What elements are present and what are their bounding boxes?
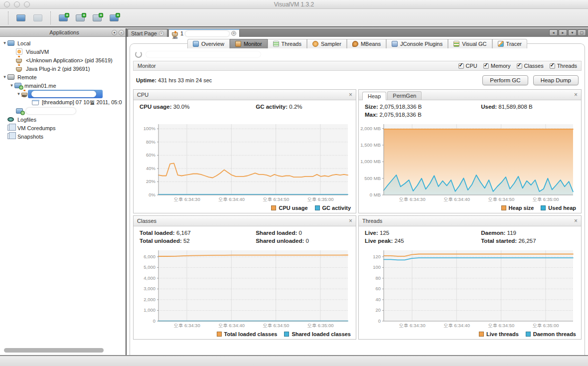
- tree-item-local[interactable]: ▼ Local: [0, 39, 126, 47]
- tab-overview[interactable]: Overview: [187, 39, 230, 48]
- toolbar-handle: [8, 11, 8, 24]
- sidebar-horizontal-scrollbar[interactable]: [4, 348, 104, 353]
- tree-item-jmx-connection-selected[interactable]: ▼: [0, 90, 126, 98]
- classes-panel: Classes × Total loaded: 6,167 Total unlo…: [133, 215, 356, 340]
- svg-text:20: 20: [375, 307, 381, 313]
- tab-threads[interactable]: Threads: [268, 39, 307, 48]
- expand-arrow-icon[interactable]: ▼: [9, 83, 14, 88]
- svg-text:3,000: 3,000: [144, 286, 155, 291]
- tab-mbeans[interactable]: MBeans: [347, 39, 386, 48]
- close-panel-icon[interactable]: ×: [574, 92, 578, 98]
- metric-checkboxes: CPU Memory Classes Threads: [458, 63, 577, 69]
- subtab-permgen[interactable]: PermGen: [387, 91, 422, 100]
- tab-start-page[interactable]: Start Page ✕: [128, 29, 167, 37]
- svg-text:500 MB: 500 MB: [364, 176, 381, 181]
- add-snapshot-button[interactable]: +: [91, 11, 104, 24]
- add-remote-host-icon: +: [110, 14, 119, 21]
- checkbox-checked-icon: [550, 63, 555, 69]
- svg-text:오후 6:34:30: 오후 6:34:30: [173, 196, 200, 202]
- heap-dump-button[interactable]: Heap Dump: [533, 75, 579, 85]
- checkbox-memory[interactable]: Memory: [483, 63, 511, 69]
- scroll-tabs-left-button[interactable]: ◂: [549, 29, 558, 36]
- redacted-label: [31, 91, 96, 97]
- checkbox-threads[interactable]: Threads: [550, 63, 577, 69]
- expand-arrow-icon[interactable]: ▼: [2, 75, 7, 79]
- add-vm-coredump-button[interactable]: +: [74, 11, 87, 24]
- tab-jconsole-plugins[interactable]: JConsole Plugins: [386, 39, 448, 48]
- tree-item-unknown-application[interactable]: <Unknown Application> (pid 35619): [0, 56, 126, 64]
- add-remote-host-button[interactable]: +: [108, 11, 121, 24]
- svg-text:2,000 MB: 2,000 MB: [360, 126, 381, 131]
- heap-size-legend-swatch: [501, 205, 506, 210]
- svg-text:40%: 40%: [146, 166, 156, 171]
- svg-text:100: 100: [373, 264, 381, 270]
- tab-monitor[interactable]: Monitor: [230, 39, 268, 48]
- subtab-heap[interactable]: Heap: [362, 92, 386, 100]
- snapshots-icon: [7, 133, 13, 139]
- svg-text:5,000: 5,000: [144, 264, 155, 270]
- tree-item-logfiles[interactable]: Logfiles: [0, 115, 126, 124]
- expand-arrow-icon[interactable]: ▼: [2, 41, 7, 45]
- minimize-panel-icon[interactable]: ▾: [112, 30, 117, 35]
- stat-shared-loaded: Shared loaded: 0: [256, 230, 351, 238]
- threaddump-icon: [32, 100, 39, 105]
- close-panel-icon[interactable]: ×: [349, 218, 352, 224]
- status-bar: [0, 355, 588, 366]
- tree-item-remote-host[interactable]: [0, 107, 126, 115]
- svg-text:오후 6:34:50: 오후 6:34:50: [488, 323, 514, 328]
- application-header: [133, 50, 582, 61]
- close-panel-icon[interactable]: ×: [349, 92, 352, 98]
- svg-text:60: 60: [375, 286, 381, 291]
- checkbox-cpu[interactable]: CPU: [458, 63, 477, 69]
- save-snapshot-button[interactable]: [31, 11, 44, 24]
- tab-list-dropdown-button[interactable]: ▾: [568, 29, 577, 36]
- add-jmx-connection-button[interactable]: +: [57, 11, 70, 24]
- close-panel-icon[interactable]: ×: [119, 30, 124, 35]
- tree-item-threaddump[interactable]: [threaddump] 07 10월 2011, 05:0: [0, 98, 126, 107]
- redacted-label: [26, 108, 76, 114]
- tree-item-visualvm[interactable]: VisualVM: [0, 47, 126, 56]
- tree-item-remote[interactable]: ▼ Remote: [0, 73, 126, 81]
- tab-tracer[interactable]: Tracer: [492, 39, 527, 48]
- local-computer-icon: [7, 40, 14, 46]
- expand-arrow-icon[interactable]: ▼: [16, 92, 21, 96]
- applications-sidebar: Applications ▾ × ▼ Local VisualVM <Unkno…: [0, 28, 127, 355]
- load-snapshot-button[interactable]: [14, 11, 27, 24]
- toolbar-separator: [50, 11, 51, 24]
- panel-title: CPU: [137, 92, 349, 98]
- svg-text:오후 6:34:50: 오후 6:34:50: [263, 196, 289, 202]
- svg-text:0%: 0%: [148, 192, 155, 197]
- tree-item-snapshots[interactable]: Snapshots: [0, 132, 126, 141]
- classes-legend: Total loaded classes Shared loaded class…: [134, 330, 356, 339]
- jmx-application-icon: [172, 32, 178, 37]
- shared-loaded-legend-swatch: [284, 332, 289, 337]
- close-tab-icon[interactable]: ✕: [159, 31, 164, 36]
- tree-item-vm-coredumps[interactable]: VM Coredumps: [0, 124, 126, 132]
- tree-item-mmain01[interactable]: ▼ mmain01.me: [0, 81, 126, 90]
- checkbox-classes[interactable]: Classes: [517, 63, 544, 69]
- stat-total-started: Total started: 26,257: [481, 238, 576, 246]
- uptime-label: Uptime:: [136, 77, 156, 83]
- remote-icon: [7, 74, 14, 80]
- tab-sampler[interactable]: Sampler: [307, 39, 347, 48]
- stat-total-loaded: Total loaded: 6,167: [140, 230, 256, 238]
- perform-gc-button[interactable]: Perform GC: [482, 75, 528, 85]
- gc-activity-legend-swatch: [315, 205, 320, 210]
- uptime-value: 431 hrs 33 min 24 sec: [158, 77, 212, 83]
- close-tab-icon[interactable]: ✕: [231, 31, 236, 36]
- tree-item-java-plugin[interactable]: Java Plug-in 2 (pid 39691): [0, 64, 126, 73]
- svg-text:80: 80: [375, 275, 381, 281]
- tab-jmx-application[interactable]: 1 ✕: [168, 29, 240, 37]
- stat-live-peak: Live peak: 245: [365, 238, 481, 246]
- svg-text:1,000 MB: 1,000 MB: [360, 159, 381, 164]
- sampler-icon: [312, 41, 318, 47]
- threads-icon: [273, 41, 279, 47]
- stat-daemon: Daemon: 119: [481, 230, 576, 238]
- svg-text:4,000: 4,000: [144, 275, 155, 281]
- scroll-tabs-right-button[interactable]: ▸: [559, 29, 567, 36]
- svg-text:오후 6:34:40: 오후 6:34:40: [443, 196, 470, 202]
- maximize-view-button[interactable]: ▢: [578, 29, 586, 36]
- close-panel-icon[interactable]: ×: [574, 218, 578, 224]
- svg-text:2,000: 2,000: [144, 297, 155, 302]
- tab-visual-gc[interactable]: Visual GC: [448, 39, 492, 48]
